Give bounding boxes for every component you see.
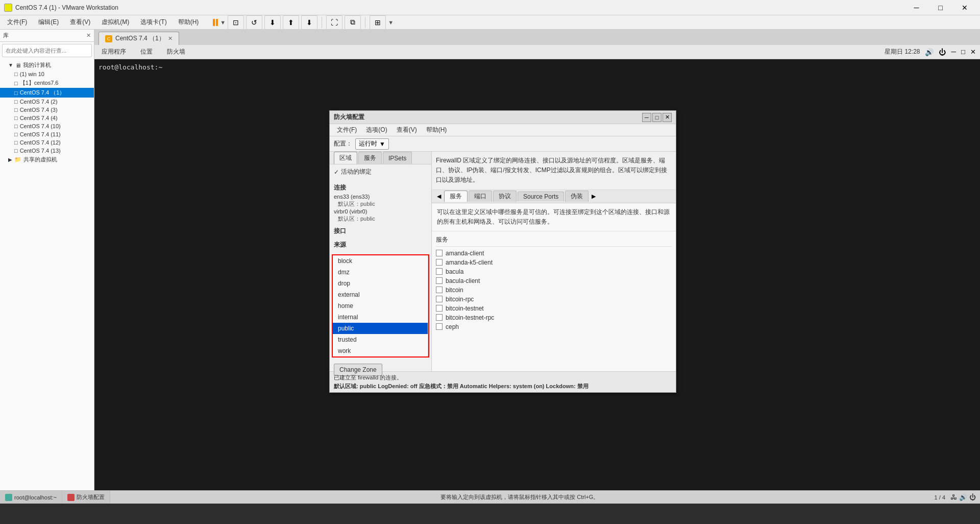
- zone-item-home[interactable]: home: [333, 300, 428, 312]
- sidebar-item-centos74-3[interactable]: □ CentOS 7.4 (3): [0, 106, 94, 114]
- toolbar-display[interactable]: ⊞: [370, 15, 386, 30]
- sidebar-item-shared-vms[interactable]: ▶ 📁 共享的虚拟机: [0, 155, 94, 164]
- toolbar-reset[interactable]: ↺: [246, 15, 262, 30]
- zone-item-trusted[interactable]: trusted: [333, 334, 428, 345]
- service-item-ceph: ceph: [436, 322, 672, 331]
- vm-maximize-btn[interactable]: □: [961, 48, 965, 56]
- right-tab-protocols[interactable]: 协议: [493, 190, 517, 202]
- dialog-menu-view[interactable]: 查看(V): [393, 125, 421, 135]
- binding-section: ✓ 活动的绑定: [330, 164, 431, 181]
- maximize-button[interactable]: □: [929, 0, 952, 15]
- service-item-bacula: bacula: [436, 267, 672, 276]
- sidebar-item-centos74-10[interactable]: □ CentOS 7.4 (10): [0, 122, 94, 130]
- dialog-tab-services[interactable]: 服务: [358, 152, 382, 164]
- right-tab-ports[interactable]: 端口: [469, 190, 492, 202]
- sidebar-item-centos74-13[interactable]: □ CentOS 7.4 (13): [0, 147, 94, 155]
- right-tab-masquerade[interactable]: 伪装: [565, 190, 589, 202]
- sidebar-item-centos76[interactable]: □ 【1】centos7.6: [0, 78, 94, 88]
- right-tab-next[interactable]: ▶: [590, 192, 598, 201]
- toolbar-snapshot[interactable]: ⬇: [301, 15, 317, 30]
- service-checkbox-bitcoin-testnet-rpc[interactable]: [436, 314, 443, 321]
- status-network-icon[interactable]: 🖧: [950, 493, 957, 501]
- sidebar-item-centos74-12[interactable]: □ CentOS 7.4 (12): [0, 138, 94, 147]
- minimize-button[interactable]: ─: [905, 0, 928, 15]
- sidebar-item-centos74-1[interactable]: □ CentOS 7.4 （1）: [0, 88, 94, 98]
- connection-item-virbr0[interactable]: virbr0 (virbr0): [334, 208, 427, 215]
- service-checkbox-bacula-client[interactable]: [436, 277, 443, 284]
- menu-view[interactable]: 查看(V): [65, 16, 95, 28]
- menu-vm[interactable]: 虚拟机(M): [96, 16, 134, 28]
- toolbar-vmtools[interactable]: ⬇: [264, 15, 281, 30]
- taskbar-label-terminal: root@localhost:~: [14, 494, 57, 501]
- sidebar-item-centos74-2[interactable]: □ CentOS 7.4 (2): [0, 98, 94, 106]
- toolbar-unity[interactable]: ⧉: [345, 15, 361, 30]
- network-icon[interactable]: 🔊: [925, 48, 934, 56]
- toolbar-send-ctrl-alt-del[interactable]: ⊡: [228, 15, 244, 30]
- sidebar-item-centos74-4[interactable]: □ CentOS 7.4 (4): [0, 114, 94, 122]
- status-power-icon[interactable]: ⏻: [969, 493, 976, 501]
- dialog-menu-file[interactable]: 文件(F): [333, 125, 361, 135]
- dialog-menu-options[interactable]: 选项(O): [362, 125, 391, 135]
- service-label-bacula: bacula: [446, 268, 463, 275]
- close-button[interactable]: ✕: [953, 0, 976, 15]
- dialog-menu-bar: 文件(F) 选项(O) 查看(V) 帮助(H): [330, 124, 676, 136]
- menu-bar: 文件(F) 编辑(E) 查看(V) 虚拟机(M) 选项卡(T) 帮助(H) ▼ …: [0, 15, 980, 30]
- vm-toolbar-apps[interactable]: 应用程序: [99, 46, 129, 57]
- service-checkbox-ceph[interactable]: [436, 323, 443, 330]
- toolbar-separator-1: [322, 17, 322, 28]
- zone-item-external[interactable]: external: [333, 289, 428, 300]
- service-checkbox-bitcoin[interactable]: [436, 287, 443, 293]
- vm-minimize-btn[interactable]: ─: [951, 48, 955, 56]
- sidebar-close-icon[interactable]: ✕: [86, 32, 91, 39]
- taskbar-item-firewall[interactable]: 防火墙配置: [62, 491, 110, 504]
- sidebar-search-input[interactable]: [2, 44, 92, 57]
- right-tab-source-ports[interactable]: Source Ports: [518, 192, 564, 201]
- dialog-tab-zones[interactable]: 区域: [334, 152, 357, 164]
- service-checkbox-amanda-client[interactable]: [436, 250, 443, 256]
- taskbar-item-terminal[interactable]: root@localhost:~: [0, 491, 62, 504]
- toolbar-suspend[interactable]: ⬆: [283, 15, 299, 30]
- service-item-bitcoin-rpc: bitcoin-rpc: [436, 295, 672, 304]
- service-label-ceph: ceph: [446, 323, 459, 330]
- service-checkbox-bitcoin-rpc[interactable]: [436, 296, 443, 302]
- dialog-tab-ipsets[interactable]: IPSets: [383, 152, 412, 164]
- sidebar-item-win10[interactable]: □ (1) win 10: [0, 70, 94, 78]
- service-item-amanda-k5-client: amanda-k5-client: [436, 258, 672, 267]
- zone-item-block[interactable]: block: [333, 255, 428, 267]
- dialog-minimize-btn[interactable]: ─: [642, 113, 651, 122]
- sidebar-item-centos74-11[interactable]: □ CentOS 7.4 (11): [0, 130, 94, 138]
- right-tab-prev[interactable]: ◀: [435, 192, 443, 201]
- pause-icon[interactable]: [213, 19, 218, 26]
- vm-close-btn[interactable]: ✕: [970, 48, 976, 56]
- service-checkbox-bitcoin-testnet[interactable]: [436, 305, 443, 312]
- vm-toolbar-firewall[interactable]: 防火墙: [164, 46, 188, 57]
- status-volume-icon[interactable]: 🔊: [959, 493, 967, 501]
- service-checkbox-amanda-k5-client[interactable]: [436, 259, 443, 266]
- right-tab-services[interactable]: 服务: [444, 190, 468, 202]
- dialog-menu-help[interactable]: 帮助(H): [422, 125, 451, 135]
- vm-icon-win10: □: [14, 71, 18, 77]
- zone-item-work[interactable]: work: [333, 345, 428, 356]
- menu-file[interactable]: 文件(F): [2, 16, 32, 28]
- dialog-title-bar: 防火墙配置 ─ □ ✕: [330, 111, 676, 124]
- service-checkbox-bacula[interactable]: [436, 268, 443, 275]
- zone-item-internal[interactable]: internal: [333, 312, 428, 323]
- tree-arrow-shared: ▶: [8, 157, 12, 162]
- power-icon[interactable]: ⏻: [939, 48, 946, 56]
- menu-edit[interactable]: 编辑(E): [33, 16, 64, 28]
- zone-item-drop[interactable]: drop: [333, 278, 428, 289]
- connection-item-ens33[interactable]: ens33 (ens33): [334, 193, 427, 200]
- toolbar-full-screen[interactable]: ⛶: [326, 15, 342, 30]
- dialog-maximize-btn[interactable]: □: [652, 113, 662, 122]
- vm-toolbar-location[interactable]: 位置: [137, 46, 156, 57]
- tab-close-centos74[interactable]: ✕: [168, 35, 173, 42]
- dialog-close-btn[interactable]: ✕: [663, 113, 672, 122]
- zone-item-dmz[interactable]: dmz: [333, 267, 428, 278]
- tree-item-my-computer[interactable]: ▼ 🖥 我的计算机: [0, 60, 94, 70]
- menu-tabs[interactable]: 选项卡(T): [135, 16, 172, 28]
- tab-centos74-1[interactable]: C CentOS 7.4 （1） ✕: [99, 32, 179, 45]
- menu-help[interactable]: 帮助(H): [173, 16, 204, 28]
- vm-icon-centos76: □: [14, 80, 18, 86]
- config-dropdown[interactable]: 运行时 ▼: [355, 138, 389, 150]
- zone-item-public[interactable]: public: [333, 323, 428, 334]
